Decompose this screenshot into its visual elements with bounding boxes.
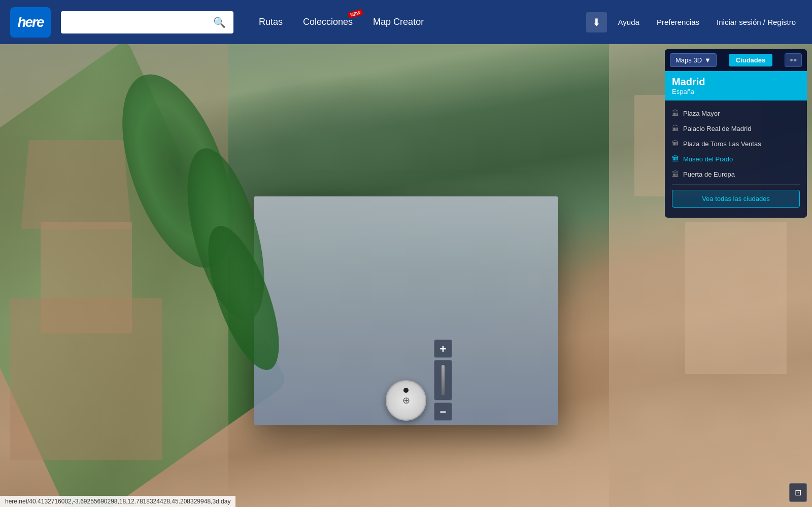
login-link[interactable]: Iniciar sesión / Registro	[710, 15, 802, 29]
landmark-label: Plaza Mayor	[683, 110, 720, 117]
landmark-museo-prado[interactable]: 🏛 Museo del Prado	[665, 151, 807, 166]
landmark-plaza-toros[interactable]: 🏛 Plaza de Toros Las Ventas	[665, 136, 807, 151]
nav-links: Rutas Colecciones NEW Map Creator	[249, 12, 586, 32]
zoom-slider[interactable]	[434, 360, 452, 400]
screenshot-button[interactable]: ⊡	[789, 483, 807, 502]
search-bar[interactable]: 🔍	[61, 11, 233, 33]
landmark-icon: 🏛	[672, 140, 679, 148]
landmark-icon: 🏛	[672, 109, 679, 117]
screenshot-icon: ⊡	[795, 488, 801, 497]
here-logo[interactable]: here	[10, 7, 51, 38]
city-country: España	[672, 88, 800, 95]
landmark-label: Palacio Real de Madrid	[683, 125, 751, 132]
preferencias-link[interactable]: Preferencias	[651, 15, 705, 29]
compass-inner: ⊕	[391, 385, 421, 416]
landmark-icon: 🏛	[672, 170, 679, 178]
compass-arrows: ⊕	[402, 395, 410, 406]
side-panel: Maps 3D ▼ Ciudades 👓 Madrid España 🏛 Pla…	[665, 49, 807, 218]
landmark-icon-highlighted: 🏛	[672, 155, 679, 163]
vr-button[interactable]: 👓	[785, 53, 802, 67]
url-bar: here.net/40.4132716002,-3.69255690298,18…	[0, 496, 235, 507]
nav-right: ⬇ Ayuda Preferencias Iniciar sesión / Re…	[586, 12, 802, 32]
landmark-icon: 🏛	[672, 124, 679, 132]
landmark-label: Museo del Prado	[683, 155, 733, 163]
see-all-cities-button[interactable]: Vea todas las ciudades	[672, 190, 800, 208]
compass[interactable]: ⊕	[386, 380, 426, 421]
map-type-selector[interactable]: Maps 3D ▼	[670, 53, 717, 67]
import-icon: ⬇	[592, 17, 601, 28]
logo-area: here	[10, 7, 51, 38]
city-header: Madrid España	[665, 71, 807, 100]
nav-colecciones[interactable]: Colecciones NEW	[293, 12, 363, 32]
landmark-plaza-mayor[interactable]: 🏛 Plaza Mayor	[665, 106, 807, 121]
landmark-label: Puerta de Europa	[683, 171, 735, 178]
import-button[interactable]: ⬇	[586, 12, 607, 32]
landmark-puerta-europa[interactable]: 🏛 Puerta de Europa	[665, 166, 807, 182]
dropdown-arrow-icon: ▼	[704, 56, 711, 64]
search-input[interactable]	[66, 18, 211, 27]
compass-north-dot	[403, 388, 409, 393]
panel-header: Maps 3D ▼ Ciudades 👓	[665, 49, 807, 71]
zoom-in-button[interactable]: +	[434, 340, 452, 358]
city-landmarks-list: 🏛 Plaza Mayor 🏛 Palacio Real de Madrid 🏛…	[665, 100, 807, 218]
search-button[interactable]: 🔍	[211, 14, 228, 31]
landmark-palacio-real[interactable]: 🏛 Palacio Real de Madrid	[665, 121, 807, 136]
zoom-bar	[442, 365, 445, 395]
map-type-label: Maps 3D	[675, 56, 702, 64]
nav-map-creator[interactable]: Map Creator	[363, 12, 434, 32]
search-icon: 🔍	[213, 17, 226, 28]
ciudades-tab[interactable]: Ciudades	[729, 54, 773, 66]
vr-icon: 👓	[789, 56, 797, 64]
landmark-label: Plaza de Toros Las Ventas	[683, 140, 761, 148]
panel-divider	[672, 184, 800, 185]
navbar: here 🔍 Rutas Colecciones NEW Map Creator…	[0, 0, 812, 44]
city-name: Madrid	[672, 76, 800, 88]
zoom-controls: + −	[434, 340, 452, 421]
new-badge: NEW	[348, 9, 363, 18]
nav-rutas[interactable]: Rutas	[249, 12, 293, 32]
zoom-out-button[interactable]: −	[434, 402, 452, 421]
ayuda-link[interactable]: Ayuda	[612, 15, 646, 29]
